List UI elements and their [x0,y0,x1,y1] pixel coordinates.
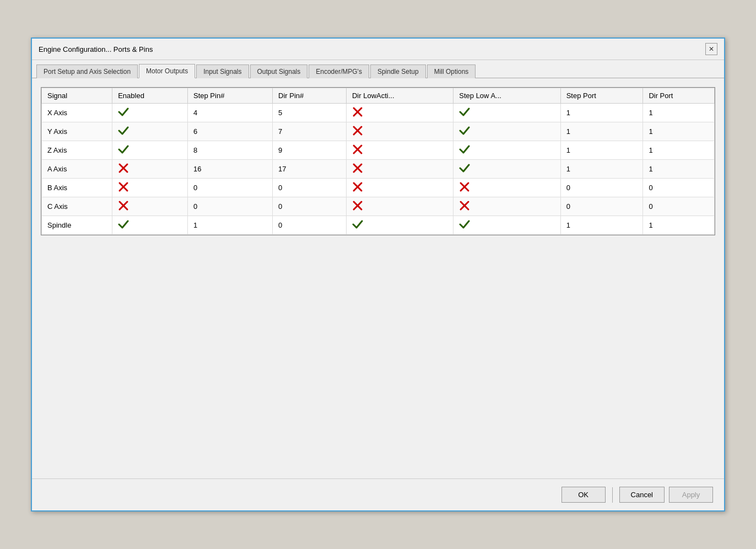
cell-enabled[interactable] [112,104,188,122]
main-content: Signal Enabled Step Pin# Dir Pin# Dir Lo… [32,78,724,478]
cell-step-pin[interactable]: 0 [188,197,273,216]
apply-button[interactable]: Apply [669,487,713,503]
cell-dir-low[interactable] [346,179,453,197]
cell-step-pin[interactable]: 6 [188,122,273,141]
table-row[interactable]: B Axis0000 [42,179,715,197]
cell-step-low[interactable] [453,216,560,235]
cell-step-pin[interactable]: 0 [188,179,273,197]
cell-enabled[interactable] [112,141,188,160]
cell-step-pin[interactable]: 16 [188,160,273,179]
col-header-signal: Signal [42,88,112,104]
cell-dir-port[interactable]: 1 [643,122,715,141]
cell-step-port[interactable]: 1 [560,216,643,235]
table-row[interactable]: Spindle1011 [42,216,715,235]
cell-enabled[interactable] [112,216,188,235]
tab-encoder-mpg[interactable]: Encoder/MPG's [309,64,369,78]
cell-step-low[interactable] [453,160,560,179]
cell-dir-pin[interactable]: 9 [273,141,347,160]
cell-signal[interactable]: Y Axis [42,122,112,141]
main-window: Engine Configuration... Ports & Pins ✕ P… [31,37,725,512]
tab-mill-options[interactable]: Mill Options [427,64,476,78]
ok-button[interactable]: OK [561,487,606,503]
cell-step-port[interactable]: 0 [560,197,643,216]
cell-step-port[interactable]: 1 [560,122,643,141]
close-button[interactable]: ✕ [705,43,717,55]
tab-spindle-setup[interactable]: Spindle Setup [370,64,426,78]
col-header-dir-pin: Dir Pin# [273,88,347,104]
col-header-step-pin: Step Pin# [188,88,273,104]
cell-step-port[interactable]: 1 [560,160,643,179]
cell-step-low[interactable] [453,179,560,197]
table-row[interactable]: Y Axis6711 [42,122,715,141]
tab-bar: Port Setup and Axis Selection Motor Outp… [32,60,724,78]
cell-step-low[interactable] [453,104,560,122]
cell-dir-low[interactable] [346,122,453,141]
cell-dir-pin[interactable]: 0 [273,197,347,216]
cell-enabled[interactable] [112,179,188,197]
cell-dir-low[interactable] [346,216,453,235]
cell-dir-port[interactable]: 0 [643,197,715,216]
cell-signal[interactable]: C Axis [42,197,112,216]
cell-dir-port[interactable]: 1 [643,160,715,179]
cell-dir-pin[interactable]: 7 [273,122,347,141]
table-row[interactable]: X Axis4511 [42,104,715,122]
cancel-button[interactable]: Cancel [619,487,665,503]
cell-step-low[interactable] [453,141,560,160]
title-bar: Engine Configuration... Ports & Pins ✕ [32,39,724,60]
col-header-dir-port: Dir Port [643,88,715,104]
col-header-step-port: Step Port [560,88,643,104]
table-row[interactable]: Z Axis8911 [42,141,715,160]
data-table: Signal Enabled Step Pin# Dir Pin# Dir Lo… [41,88,715,235]
cell-signal[interactable]: A Axis [42,160,112,179]
cell-enabled[interactable] [112,197,188,216]
cell-signal[interactable]: Z Axis [42,141,112,160]
cell-dir-port[interactable]: 1 [643,216,715,235]
table-row[interactable]: A Axis161711 [42,160,715,179]
col-header-step-low: Step Low A... [453,88,560,104]
cell-step-pin[interactable]: 1 [188,216,273,235]
cell-dir-low[interactable] [346,104,453,122]
col-header-dir-low: Dir LowActi... [346,88,453,104]
col-header-enabled: Enabled [112,88,188,104]
cell-dir-low[interactable] [346,197,453,216]
cell-signal[interactable]: X Axis [42,104,112,122]
cell-dir-pin[interactable]: 0 [273,179,347,197]
footer-separator [612,487,613,503]
cell-step-low[interactable] [453,122,560,141]
cell-dir-low[interactable] [346,141,453,160]
cell-dir-port[interactable]: 0 [643,179,715,197]
cell-dir-port[interactable]: 1 [643,104,715,122]
cell-enabled[interactable] [112,160,188,179]
tab-port-setup[interactable]: Port Setup and Axis Selection [36,64,138,78]
cell-dir-pin[interactable]: 0 [273,216,347,235]
cell-enabled[interactable] [112,122,188,141]
cell-step-port[interactable]: 0 [560,179,643,197]
motor-outputs-table: Signal Enabled Step Pin# Dir Pin# Dir Lo… [41,87,715,235]
cell-step-low[interactable] [453,197,560,216]
cell-step-port[interactable]: 1 [560,104,643,122]
tab-input-signals[interactable]: Input Signals [196,64,249,78]
cell-dir-port[interactable]: 1 [643,141,715,160]
table-row[interactable]: C Axis0000 [42,197,715,216]
footer: OK Cancel Apply [32,478,724,510]
window-title: Engine Configuration... Ports & Pins [39,45,153,53]
tab-output-signals[interactable]: Output Signals [250,64,308,78]
cell-step-pin[interactable]: 8 [188,141,273,160]
tab-motor-outputs[interactable]: Motor Outputs [139,64,195,78]
cell-signal[interactable]: Spindle [42,216,112,235]
cell-step-pin[interactable]: 4 [188,104,273,122]
cell-signal[interactable]: B Axis [42,179,112,197]
cell-dir-pin[interactable]: 17 [273,160,347,179]
cell-dir-pin[interactable]: 5 [273,104,347,122]
cell-dir-low[interactable] [346,160,453,179]
cell-step-port[interactable]: 1 [560,141,643,160]
